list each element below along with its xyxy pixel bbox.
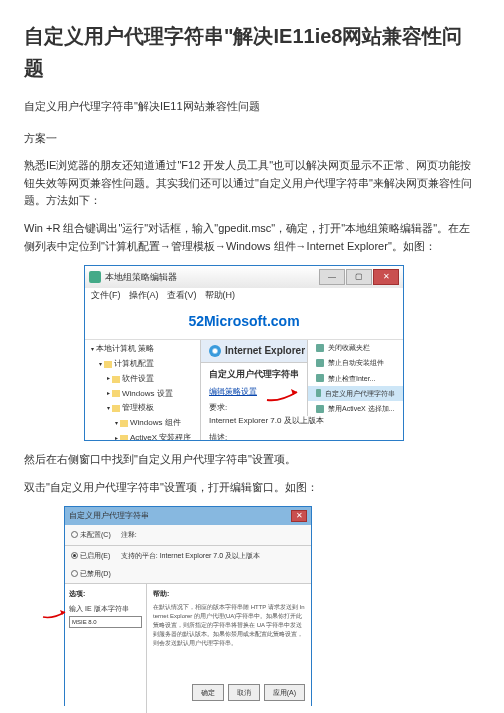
list-item[interactable]: 关闭收藏夹栏	[308, 340, 403, 355]
close-button[interactable]: ✕	[373, 269, 399, 285]
paragraph: 熟悉IE浏览器的朋友还知道通过"F12 开发人员工具"也可以解决网页显示不正常、…	[24, 157, 480, 210]
list-item[interactable]: 禁止检查Inter...	[308, 371, 403, 386]
close-button[interactable]: ✕	[291, 510, 307, 522]
apply-button[interactable]: 应用(A)	[264, 684, 305, 701]
page-title: 自定义用户代理字符串"解决IE11ie8网站兼容性问题	[24, 20, 480, 84]
folder-icon	[112, 390, 120, 397]
plan1-heading: 方案一	[24, 130, 480, 148]
input-label: 输入 IE 版本字符串	[69, 603, 142, 614]
radio-not-configured[interactable]: 未配置(C)	[71, 529, 111, 540]
gpedit-window: 本地组策略编辑器 — ▢ ✕ 文件(F) 操作(A) 查看(V) 帮助(H) 5…	[84, 265, 404, 441]
window-titlebar: 自定义用户代理字符串 ✕	[65, 507, 311, 525]
screenshot-2: 自定义用户代理字符串 ✕ 未配置(C) 注释: 已启用(E) 已禁用(D) 支持…	[24, 506, 480, 706]
supported-value: Internet Explorer 7.0 及以上版本	[160, 552, 260, 559]
annotation-arrow-icon	[265, 386, 305, 404]
ok-button[interactable]: 确定	[192, 684, 224, 701]
radio-group: 未配置(C) 注释:	[65, 525, 311, 545]
edit-policy-link[interactable]: 编辑策略设置	[209, 387, 257, 396]
menu-view[interactable]: 查看(V)	[167, 288, 197, 304]
menu-file[interactable]: 文件(F)	[91, 288, 121, 304]
setting-icon	[316, 405, 324, 413]
window-title: 本地组策略编辑器	[105, 270, 177, 284]
setting-icon	[316, 344, 324, 352]
paragraph: Win +R 组合键调出"运行"对话框，输入"gpedit.msc"，确定，打开…	[24, 220, 480, 255]
help-label: 帮助:	[153, 588, 305, 599]
menubar: 文件(F) 操作(A) 查看(V) 帮助(H)	[85, 288, 403, 304]
tree-item[interactable]: ActiveX 安装程序	[111, 431, 198, 440]
policy-edit-window: 自定义用户代理字符串 ✕ 未配置(C) 注释: 已启用(E) 已禁用(D) 支持…	[64, 506, 312, 706]
help-text: 在默认情况下，相应的版本字符串随 HTTP 请求发送到 Internet Exp…	[153, 603, 305, 648]
list-item[interactable]: 禁止自动安装组件	[308, 355, 403, 370]
menu-help[interactable]: 帮助(H)	[205, 288, 236, 304]
maximize-button[interactable]: ▢	[346, 269, 372, 285]
paragraph: 然后在右侧窗口中找到"自定义用户代理字符串"设置项。	[24, 451, 480, 469]
folder-icon	[120, 435, 128, 440]
comment-label: 注释:	[121, 531, 137, 538]
app-icon	[89, 271, 101, 283]
folder-icon	[112, 405, 120, 412]
subtitle: 自定义用户代理字符串"解决IE11网站兼容性问题	[24, 98, 480, 116]
folder-icon	[112, 376, 120, 383]
tree-panel: 本地计算机 策略 计算机配置 软件设置 Windows 设置 管理模板 Wind…	[85, 340, 201, 440]
tree-item[interactable]: 管理模板	[103, 401, 198, 416]
supported-label: 支持的平台:	[121, 552, 158, 559]
tree-item[interactable]: Windows 设置	[103, 387, 198, 402]
list-item[interactable]: 禁用ActiveX 选择加...	[308, 401, 403, 416]
tree-item[interactable]: Windows 组件	[111, 416, 198, 431]
watermark-banner: 52Microsoft.com	[85, 304, 403, 340]
window-title: 自定义用户代理字符串	[69, 510, 291, 523]
setting-icon	[316, 374, 324, 382]
list-item-highlighted[interactable]: 自定义用户代理字符串	[308, 386, 403, 401]
settings-list: 关闭收藏夹栏 禁止自动安装组件 禁止检查Inter... 自定义用户代理字符串 …	[307, 340, 403, 416]
options-label: 选项:	[69, 588, 142, 599]
tree-root[interactable]: 本地计算机 策略	[87, 342, 198, 357]
description-label: 描述:	[209, 432, 395, 440]
folder-icon	[104, 361, 112, 368]
tree-item[interactable]: 计算机配置	[95, 357, 198, 372]
setting-icon	[316, 389, 321, 397]
menu-action[interactable]: 操作(A)	[129, 288, 159, 304]
options-panel: 选项: 输入 IE 版本字符串 MSIE 8.0	[65, 584, 147, 713]
setting-icon	[316, 359, 324, 367]
tree-item[interactable]: 软件设置	[103, 372, 198, 387]
requirements-value: Internet Explorer 7.0 及以上版本	[209, 415, 395, 428]
folder-icon	[120, 420, 128, 427]
annotation-arrow-icon	[41, 607, 71, 621]
radio-enabled[interactable]: 已启用(E)	[71, 550, 110, 561]
paragraph: 双击"自定义用户代理字符串"设置项，打开编辑窗口。如图：	[24, 479, 480, 497]
cancel-button[interactable]: 取消	[228, 684, 260, 701]
screenshot-1: 本地组策略编辑器 — ▢ ✕ 文件(F) 操作(A) 查看(V) 帮助(H) 5…	[24, 265, 480, 441]
version-string-input[interactable]: MSIE 8.0	[69, 616, 142, 628]
window-titlebar: 本地组策略编辑器 — ▢ ✕	[85, 266, 403, 288]
minimize-button[interactable]: —	[319, 269, 345, 285]
ie-icon	[209, 345, 221, 357]
radio-disabled[interactable]: 已禁用(D)	[71, 568, 111, 579]
